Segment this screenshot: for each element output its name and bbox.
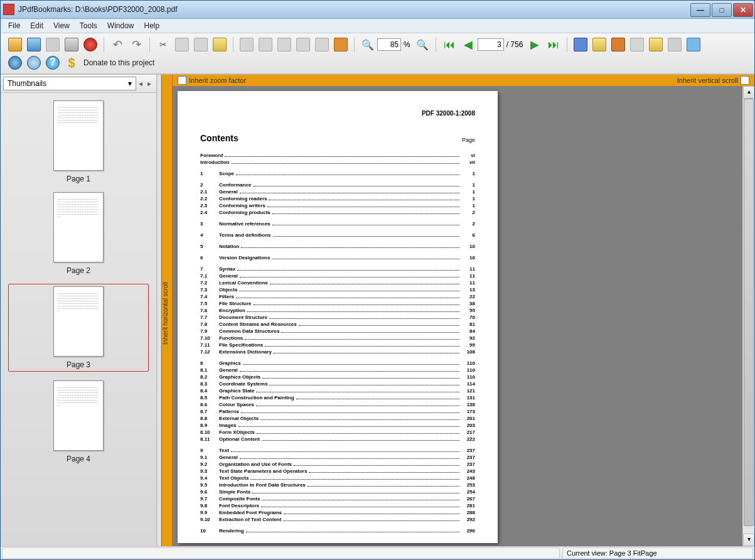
copy-icon	[175, 38, 189, 51]
prev-page-button[interactable]: ◀	[460, 36, 476, 53]
toc-entry: 9.8Font Descriptors281	[200, 502, 475, 509]
thumbnail-item[interactable]: — — — — — — — — — — — — — — — — — — — — …	[8, 284, 149, 372]
inherit-vscroll-checkbox[interactable]	[741, 76, 749, 85]
web-link-button[interactable]	[7, 55, 23, 71]
help-button[interactable]: ?	[45, 55, 61, 71]
fit-visible-icon	[315, 38, 329, 51]
zoom-in-button[interactable]: 🔍	[414, 36, 431, 53]
print-button[interactable]	[63, 36, 80, 53]
close-button[interactable]: ✕	[733, 3, 753, 17]
scroll-up-button[interactable]: ▴	[743, 86, 754, 99]
fit-rect-button[interactable]	[295, 36, 311, 53]
main-area: Thumbnails ▾ ◂ ▸ — — — — — — — — — — — —…	[1, 74, 754, 546]
menu-tools[interactable]: Tools	[75, 19, 102, 32]
bookmark-new-button[interactable]	[648, 36, 664, 53]
fit-page-icon	[259, 38, 272, 51]
save-button[interactable]	[26, 36, 42, 53]
thumbnails-icon	[334, 38, 348, 51]
status-current-view-label: Current view: Page 3 FitPage	[567, 549, 657, 557]
menu-help[interactable]: Help	[139, 19, 165, 32]
toc-entry: 9.1General237	[200, 454, 475, 461]
thumbnail-item[interactable]: — — — — — — — — — — — — — — — — — — — — …	[9, 192, 147, 275]
toc-entry: 9.2Organization and Use of Fonts237	[200, 461, 475, 468]
toc-entry: 9Text237	[200, 447, 475, 454]
zoom-input[interactable]	[377, 38, 401, 51]
copy-button[interactable]	[174, 36, 190, 53]
menu-view[interactable]: View	[48, 19, 75, 32]
page-input[interactable]	[478, 38, 504, 51]
right-area: Inherit zoom factor Inherit vertical scr…	[173, 75, 754, 546]
bookmark-link-button[interactable]	[685, 36, 702, 53]
bookmark-apply-button[interactable]	[629, 36, 645, 53]
pdf-vertical-scrollbar[interactable]: ▴ ▾	[742, 86, 754, 546]
toc-entry: 7.2Lexical Conventions11	[200, 279, 475, 286]
bookmark-set-button[interactable]	[610, 36, 626, 53]
toc-entry: 9.6Simple Fonts254	[200, 488, 475, 495]
last-page-button[interactable]: ⏭	[545, 36, 562, 53]
toc-entry: 9.5Introduction to Font Data Structures2…	[200, 482, 475, 488]
bookmark-add-button[interactable]	[572, 36, 589, 53]
inherit-top-bar: Inherit zoom factor Inherit vertical scr…	[173, 75, 754, 86]
first-page-button[interactable]: ⏮	[441, 36, 458, 53]
fit-visible-button[interactable]	[314, 36, 330, 53]
status-bar: Current view: Page 3 FitPage	[1, 546, 754, 559]
vertical-splitter[interactable]	[157, 75, 161, 546]
toc-entry: 8.7Patterns173	[200, 408, 475, 415]
scroll-down-button[interactable]: ▾	[743, 534, 754, 546]
donate-label[interactable]: Donate to this project	[83, 58, 154, 67]
menu-window[interactable]: Window	[102, 19, 139, 32]
donate-button[interactable]: $	[63, 55, 80, 71]
toc-entry: 7.8Content Streams and Resources81	[200, 321, 475, 328]
thumbnail-label: Page 2	[9, 266, 147, 275]
thumbnail-list[interactable]: — — — — — — — — — — — — — — — — — — — — …	[1, 93, 156, 546]
toc-entry: 4Terms and definitions6	[200, 232, 475, 239]
pdf-viewport[interactable]: PDF 32000-1:2008 Contents Page Forewordv…	[173, 86, 742, 546]
next-page-button[interactable]: ▶	[527, 36, 543, 53]
bookmark-child-button[interactable]	[591, 36, 608, 53]
page-total-label: / 756	[506, 40, 523, 49]
titlebar[interactable]: JPdfBookmarks: D:\Books\PDF32000_2008.pd…	[1, 1, 754, 19]
thumbnail-page-preview: — — — — — — — — — — — — — — — — — — — — …	[53, 192, 104, 262]
bookmark-child-icon	[592, 38, 606, 51]
clipboard-icon	[213, 38, 227, 51]
fit-native-button[interactable]	[276, 36, 292, 53]
thumbnail-item[interactable]: — — — — — — — — — — — — — — — — — — — — …	[9, 380, 147, 463]
inherit-zoom-checkbox[interactable]	[178, 76, 186, 85]
fit-page-button[interactable]	[257, 36, 274, 53]
menu-edit[interactable]: Edit	[25, 19, 48, 32]
web-home-button[interactable]	[26, 55, 42, 71]
status-left-slot	[2, 547, 560, 559]
panel-collapse-left-icon[interactable]: ◂	[136, 79, 145, 88]
fit-width-button[interactable]	[238, 36, 255, 53]
toc-entry: 9.10Extraction of Text Content292	[200, 516, 475, 523]
thumbnail-item[interactable]: — — — — — — — — — — — — — — — — — — — — …	[9, 100, 147, 183]
close-file-button[interactable]	[82, 36, 99, 53]
scroll-thumb[interactable]	[744, 99, 754, 526]
minimize-button[interactable]: —	[690, 3, 710, 17]
cut-button[interactable]: ✂	[155, 36, 171, 53]
paste-button[interactable]	[193, 36, 209, 53]
undo-button[interactable]: ↶	[109, 36, 126, 53]
close-circle-icon	[83, 38, 97, 51]
panel-collapse-right-icon[interactable]: ▸	[145, 79, 154, 88]
toc-entry: 7.9Common Data Structures84	[200, 328, 475, 335]
menu-file[interactable]: File	[3, 19, 25, 32]
help-icon: ?	[46, 56, 60, 70]
thumbnail-page-preview: — — — — — — — — — — — — — — — — — — — — …	[53, 286, 104, 357]
toc-entry: 7.4Filters22	[200, 293, 475, 300]
toc-entry: 6Version Designations10	[200, 254, 475, 261]
inherit-zoom-label: Inherit zoom factor	[189, 77, 246, 84]
maximize-button[interactable]: □	[712, 3, 732, 17]
thumbnails-toggle-button[interactable]	[333, 36, 349, 53]
save-as-button[interactable]	[45, 36, 61, 53]
toc-entry: 10Rendering296	[200, 527, 475, 534]
grey-icon	[668, 38, 682, 51]
clipboard-button[interactable]	[212, 36, 228, 53]
bookmark-dis-button[interactable]	[667, 36, 683, 53]
redo-button[interactable]: ↷	[128, 36, 144, 53]
left-panel-selector[interactable]: Thumbnails ▾	[3, 77, 136, 90]
inherit-horizontal-bar[interactable]: Inherit horizontal scroll	[161, 75, 173, 546]
toc-entry: 7.12Extensions Dictionary108	[200, 348, 475, 355]
zoom-out-button[interactable]: 🔍	[360, 36, 376, 53]
open-button[interactable]	[7, 36, 23, 53]
